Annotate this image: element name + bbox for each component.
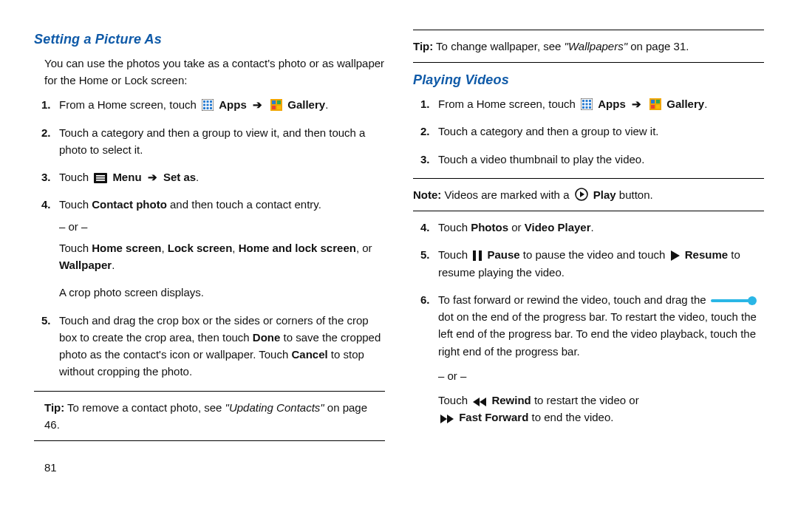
step-marker: 1. [41, 96, 51, 113]
play-icon [671, 250, 680, 261]
heading-playing-videos: Playing Videos [413, 70, 764, 91]
left-column: Setting a Picture As You can use the pho… [34, 30, 385, 510]
or-divider: – or – [59, 218, 385, 235]
svg-rect-28 [589, 106, 591, 109]
right-steps: 1. From a Home screen, touch Apps ➔ Gall… [413, 95, 764, 168]
step-marker: 2. [420, 123, 430, 140]
tip-label: Tip: [44, 401, 64, 414]
step-text: Touch [59, 198, 92, 211]
svg-rect-37 [479, 250, 482, 261]
step-marker: 5. [41, 312, 51, 329]
divider [413, 62, 764, 63]
cross-reference: "Wallpapers" [565, 40, 627, 52]
step-marker: 1. [420, 95, 430, 112]
tip-updating-contacts: Tip: To remove a contact photo, see "Upd… [34, 399, 385, 434]
cross-reference: "Updating Contacts" [225, 401, 324, 414]
step-marker: 4. [41, 196, 51, 213]
heading-setting-picture: Setting a Picture As [34, 30, 385, 50]
step-6: 6. To fast forward or rewind the video, … [438, 291, 764, 426]
note-play-button: Note: Videos are marked with a Play butt… [413, 186, 764, 203]
step-4: 4. Touch Photos or Video Player. [438, 219, 764, 236]
svg-marker-41 [440, 415, 447, 423]
step-text: and then touch a contact entry. [167, 198, 321, 211]
divider [34, 391, 385, 392]
right-column: Tip: To change wallpaper, see "Wallpaper… [413, 30, 764, 510]
tip-wallpapers: Tip: To change wallpaper, see "Wallpaper… [413, 38, 764, 55]
svg-rect-20 [582, 100, 584, 102]
svg-rect-1 [203, 100, 205, 103]
svg-rect-32 [651, 105, 655, 109]
step-text: From a Home screen, touch [438, 98, 579, 110]
svg-rect-5 [207, 104, 209, 106]
svg-rect-11 [272, 100, 276, 104]
svg-rect-17 [96, 177, 105, 179]
step-marker: 5. [420, 246, 430, 263]
contact-photo-label: Contact photo [92, 198, 167, 211]
step-marker: 2. [41, 124, 51, 141]
step-1: 1. From a Home screen, touch Apps ➔ Gall… [438, 95, 764, 112]
fast-forward-icon [440, 415, 454, 423]
svg-rect-33 [656, 105, 660, 109]
rewind-icon [473, 398, 486, 406]
apps-grid-icon [581, 98, 593, 110]
svg-rect-21 [586, 100, 588, 102]
svg-marker-42 [447, 415, 454, 423]
tip-label: Tip: [413, 40, 433, 52]
svg-rect-12 [277, 100, 281, 104]
right-steps-cont: 4. Touch Photos or Video Player. 5. Touc… [413, 219, 764, 426]
svg-rect-14 [277, 106, 281, 109]
svg-rect-25 [589, 103, 591, 106]
divider [413, 211, 764, 211]
svg-rect-9 [210, 107, 212, 109]
divider [413, 178, 764, 179]
arrow-icon: ➔ [629, 98, 644, 110]
svg-rect-13 [272, 106, 276, 109]
svg-rect-24 [586, 103, 588, 106]
gallery-label: Gallery [666, 98, 704, 110]
svg-rect-30 [651, 100, 655, 103]
step-1: 1. From a Home screen, touch Apps ➔ Gall… [59, 96, 385, 113]
arrow-icon: ➔ [250, 98, 265, 111]
svg-marker-38 [671, 250, 680, 261]
step-2: 2. Touch a category and then a group to … [438, 123, 764, 140]
step-marker: 6. [420, 291, 430, 308]
divider [34, 440, 385, 441]
or-divider: – or – [438, 367, 764, 384]
note-label: Note: [413, 188, 441, 201]
svg-rect-22 [589, 100, 591, 102]
step-3: 3. Touch a video thumbnail to play the v… [438, 151, 764, 168]
svg-rect-23 [582, 103, 584, 106]
gallery-icon [649, 98, 661, 110]
gallery-icon [270, 99, 282, 111]
svg-rect-36 [473, 250, 476, 261]
svg-rect-8 [207, 107, 209, 109]
menu-label: Menu [112, 171, 141, 183]
step-marker: 3. [41, 168, 51, 185]
svg-rect-18 [96, 180, 105, 181]
progress-bar-icon [711, 296, 754, 306]
cancel-label: Cancel [291, 348, 327, 361]
step-text: From a Home screen, touch [59, 98, 200, 111]
step-text-alt: Touch Home screen, Lock screen, Home and… [59, 239, 385, 274]
svg-marker-35 [580, 191, 584, 197]
manual-page: Setting a Picture As You can use the pho… [0, 0, 798, 532]
step-text: Touch a category and then a group to vie… [59, 126, 365, 156]
svg-rect-16 [96, 175, 105, 177]
play-circle-icon [575, 188, 588, 201]
step-marker: 3. [420, 151, 430, 168]
pause-icon [473, 250, 482, 261]
svg-marker-39 [473, 398, 480, 406]
gallery-label: Gallery [287, 98, 325, 111]
step-marker: 4. [420, 219, 430, 236]
step-5: 5. Touch Pause to pause the video and to… [438, 246, 764, 281]
svg-rect-27 [586, 106, 588, 109]
apps-label: Apps [219, 98, 247, 111]
step-text-alt: Touch Rewind to restart the video or Fas… [438, 392, 764, 426]
setas-label: Set as [163, 171, 196, 183]
step-text: Touch a video thumbnail to play the vide… [438, 153, 644, 166]
apps-grid-icon [202, 99, 214, 111]
step-4: 4. Touch Contact photo and then touch a … [59, 196, 385, 301]
step-5: 5. Touch and drag the crop box or the si… [59, 312, 385, 381]
svg-rect-7 [203, 107, 205, 109]
done-label: Done [253, 331, 281, 344]
